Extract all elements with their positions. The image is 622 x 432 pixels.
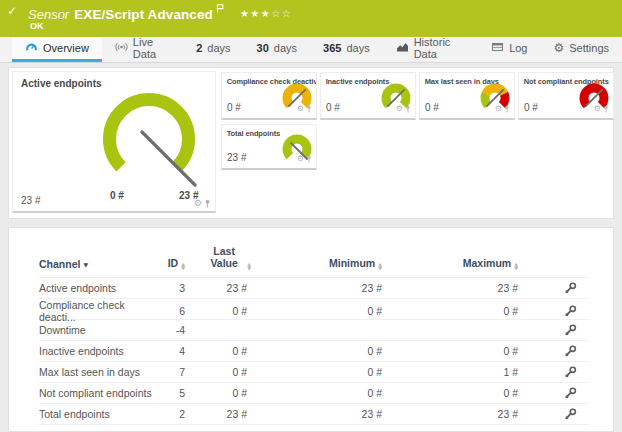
gear-icon[interactable]: ⚙ bbox=[297, 105, 304, 113]
priority-stars[interactable]: ★★★☆☆ bbox=[240, 8, 292, 19]
gauge-arc-green bbox=[485, 94, 488, 105]
cell-maximum: 23 # bbox=[386, 282, 522, 294]
gauge-icon bbox=[25, 41, 38, 55]
cell-minimum: 0 # bbox=[251, 366, 386, 378]
pin-icon[interactable] bbox=[204, 199, 211, 208]
cell-channel: Max last seen in days bbox=[39, 366, 161, 378]
gear-icon[interactable]: ⚙ bbox=[194, 199, 202, 208]
sensor-kind-label: Sensor bbox=[28, 7, 69, 22]
gauge-value: 0 # bbox=[227, 102, 241, 113]
pin-icon[interactable] bbox=[306, 103, 312, 115]
gauge-value: 0 # bbox=[524, 102, 538, 113]
channel-settings-icon[interactable] bbox=[522, 305, 589, 318]
cell-id: 5 bbox=[161, 387, 189, 399]
th-maximum[interactable]: Maximum▲▼ bbox=[386, 257, 522, 270]
th-id[interactable]: ID▲▼ bbox=[161, 257, 189, 270]
cell-id: 7 bbox=[161, 366, 189, 378]
pin-icon[interactable] bbox=[603, 103, 609, 115]
cell-maximum: 0 # bbox=[386, 305, 522, 317]
cell-last-value: 23 # bbox=[189, 408, 251, 420]
channel-settings-icon[interactable] bbox=[522, 282, 589, 295]
cell-id: 4 bbox=[161, 345, 189, 357]
pin-icon[interactable] bbox=[306, 153, 312, 165]
gauge-tile-not-compliant: Not compliant endpoints 0 # ⚙ bbox=[518, 72, 614, 120]
tab-historic-data[interactable]: Historic Data bbox=[383, 37, 478, 62]
cell-channel: Total endpoints bbox=[39, 408, 161, 420]
cell-maximum: 1 # bbox=[386, 366, 522, 378]
gear-icon[interactable]: ⚙ bbox=[396, 105, 403, 113]
gauge-value: 23 # bbox=[227, 152, 246, 163]
channel-settings-icon[interactable] bbox=[522, 366, 589, 379]
gear-icon[interactable]: ⚙ bbox=[495, 105, 502, 113]
cell-minimum: 0 # bbox=[251, 387, 386, 399]
cell-last-value: 0 # bbox=[189, 345, 251, 357]
cell-id: 3 bbox=[161, 282, 189, 294]
channel-settings-icon[interactable] bbox=[522, 324, 589, 337]
status-text: OK bbox=[30, 21, 44, 31]
gauge-value: 0 # bbox=[425, 102, 439, 113]
bar-chart-icon bbox=[396, 41, 409, 55]
gauge-value: 23 # bbox=[21, 195, 40, 206]
sensor-header-bar: ✓ SensorEXE/Script Advanced★★★☆☆ OK bbox=[0, 0, 622, 37]
cell-last-value: 0 # bbox=[189, 387, 251, 399]
cell-minimum: 0 # bbox=[251, 345, 386, 357]
sort-arrows-icon: ▲▼ bbox=[514, 262, 518, 270]
cell-last-value: 0 # bbox=[189, 366, 251, 378]
gauge-value: 0 # bbox=[326, 102, 340, 113]
cell-id: 6 bbox=[161, 305, 189, 317]
active-endpoints-gauge bbox=[13, 80, 216, 202]
sort-arrows-icon: ▲▼ bbox=[378, 262, 382, 270]
sensor-title: EXE/Script Advanced bbox=[74, 7, 213, 22]
cell-minimum: 23 # bbox=[251, 408, 386, 420]
channel-settings-icon[interactable] bbox=[522, 387, 589, 400]
live-signal-icon bbox=[115, 41, 128, 55]
gear-icon[interactable]: ⚙ bbox=[594, 105, 601, 113]
table-row: Max last seen in days 7 0 # 0 # 1 # bbox=[39, 362, 589, 383]
status-check-icon: ✓ bbox=[7, 4, 17, 18]
gear-icon[interactable]: ⚙ bbox=[297, 155, 304, 163]
th-channel[interactable]: Channel▼ bbox=[39, 258, 161, 270]
table-row: Downtime -4 bbox=[39, 320, 589, 341]
cell-maximum: 0 # bbox=[386, 345, 522, 357]
channel-table-panel: Channel▼ ID▲▼ Last Value▲▼ Minimum▲▼ Max… bbox=[8, 227, 614, 432]
cell-id: -4 bbox=[161, 324, 189, 336]
cell-id: 2 bbox=[161, 408, 189, 420]
channel-settings-icon[interactable] bbox=[522, 345, 589, 358]
cell-channel: Not compliant endpoints bbox=[39, 387, 161, 399]
tab-log[interactable]: Log bbox=[478, 37, 540, 62]
log-list-icon bbox=[491, 41, 504, 55]
cell-channel: Active endpoints bbox=[39, 282, 161, 294]
gauge-tile-max-last-seen: Max last seen in days 0 # ⚙ bbox=[419, 72, 515, 120]
cell-last-value: 23 # bbox=[189, 282, 251, 294]
gauge-tile-inactive-endpoints: Inactive endpoints 0 # ⚙ bbox=[320, 72, 416, 120]
tab-live-data[interactable]: Live Data bbox=[102, 37, 183, 62]
flag-icon bbox=[216, 3, 224, 15]
tab-365-days[interactable]: 365 days bbox=[310, 37, 383, 62]
channel-settings-icon[interactable] bbox=[522, 408, 589, 421]
th-minimum[interactable]: Minimum▲▼ bbox=[251, 257, 386, 270]
cell-minimum: 23 # bbox=[251, 282, 386, 294]
table-row: Total endpoints 2 23 # 23 # 23 # bbox=[39, 404, 589, 425]
gauge-tile-total-endpoints: Total endpoints 23 # ⚙ bbox=[221, 124, 317, 170]
cell-channel: Compliance check deacti... bbox=[39, 299, 161, 323]
th-last-value[interactable]: Last Value▲▼ bbox=[189, 245, 251, 270]
tab-bar: Overview Live Data 2 days 30 days 365 da… bbox=[0, 37, 622, 63]
table-row: Active endpoints 3 23 # 23 # 23 # bbox=[39, 278, 589, 299]
gear-icon: ⚙ bbox=[553, 42, 564, 54]
cell-channel: Downtime bbox=[39, 324, 161, 336]
tab-overview[interactable]: Overview bbox=[12, 37, 102, 62]
sort-arrows-icon: ▲▼ bbox=[181, 262, 185, 270]
tab-30-days[interactable]: 30 days bbox=[244, 37, 311, 62]
tab-2-days[interactable]: 2 days bbox=[183, 37, 243, 62]
pin-icon[interactable] bbox=[405, 103, 411, 115]
table-row: Not compliant endpoints 5 0 # 0 # 0 # bbox=[39, 383, 589, 404]
sort-caret-icon: ▼ bbox=[83, 261, 88, 268]
cell-maximum: 0 # bbox=[386, 387, 522, 399]
gauge-tile-compliance-check: Compliance check deactivated 0 # ⚙ bbox=[221, 72, 317, 120]
gauges-overview-panel: Active endpoints 0 # 23 # 23 # ⚙ Complia… bbox=[8, 67, 614, 219]
tab-settings[interactable]: ⚙ Settings bbox=[540, 37, 622, 62]
cell-maximum: 23 # bbox=[386, 408, 522, 420]
pin-icon[interactable] bbox=[504, 103, 510, 115]
cell-minimum: 0 # bbox=[251, 305, 386, 317]
cell-last-value: 0 # bbox=[189, 305, 251, 317]
